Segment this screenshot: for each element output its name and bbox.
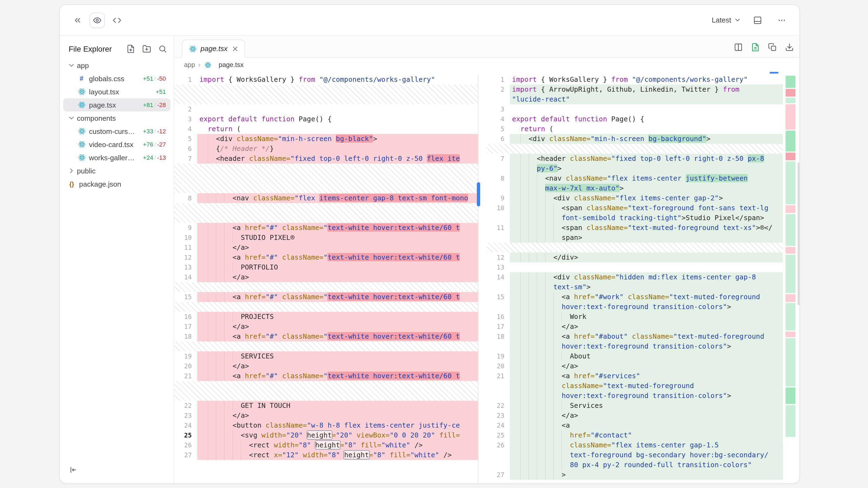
file-tree-item-works-galler-[interactable]: works-galler…+24/-13 <box>63 151 170 164</box>
code-line[interactable]: hover:text-foreground transition-colors"… <box>487 391 783 401</box>
code-line[interactable]: 20 </a> <box>487 361 783 371</box>
code-line[interactable]: 23 </a> <box>487 411 783 421</box>
code-line[interactable]: 8 <nav className="flex items-center gap-… <box>174 193 478 203</box>
code-line[interactable]: 20 </a> <box>174 361 478 371</box>
download-button[interactable] <box>785 43 794 52</box>
breadcrumb-root[interactable]: app <box>184 61 195 69</box>
code-line[interactable]: 27 > <box>487 470 783 480</box>
code-line[interactable]: 16 PROJECTS <box>174 312 478 322</box>
new-folder-button[interactable] <box>142 44 151 53</box>
tab-close-button[interactable] <box>231 45 239 53</box>
code-line[interactable]: className="text-muted-foreground <box>487 381 783 391</box>
code-line[interactable]: 15 <a href="#" className="text-white hov… <box>174 292 478 302</box>
code-line[interactable]: "lucide-react" <box>487 94 783 104</box>
code-line[interactable]: 26 className="flex items-center gap-1.5 <box>487 440 783 450</box>
code-line[interactable]: hover:text-foreground transition-colors"… <box>487 302 783 312</box>
collapsed-unchanged-region[interactable] <box>174 164 478 193</box>
code-line[interactable]: 4 return ( <box>174 124 478 134</box>
code-line[interactable]: 19 SERVICES <box>174 351 478 361</box>
code-line[interactable]: 7 <header className="fixed top-0 left-0 … <box>174 154 478 164</box>
collapse-sidebar-button[interactable] <box>65 462 81 478</box>
new-file-button[interactable] <box>126 44 135 53</box>
code-line[interactable]: 22 Services <box>487 401 783 411</box>
code-line[interactable]: text-sm"> <box>487 282 783 292</box>
version-dropdown[interactable]: Latest <box>712 16 741 24</box>
code-line[interactable]: 11 <span className="text-muted-foregroun… <box>487 223 783 233</box>
tab-page-tsx[interactable]: page.tsx <box>182 39 245 58</box>
code-line[interactable]: 21 <a href="#" className="text-white hov… <box>174 371 478 381</box>
minimap[interactable] <box>783 75 799 483</box>
code-line[interactable]: 8 <nav className="flex items-center just… <box>487 173 783 183</box>
split-drag-handle[interactable] <box>476 182 480 206</box>
code-line[interactable]: 18 <a href="#" className="text-white hov… <box>174 331 478 341</box>
code-line[interactable]: font-semibold tracking-tight">Studio Pix… <box>487 213 783 223</box>
code-line[interactable]: 27 <rect x="12" width="8" height="8" fil… <box>174 450 478 460</box>
code-line[interactable]: hover:text-foreground transition-colors"… <box>487 341 783 351</box>
collapsed-unchanged-region[interactable] <box>487 144 783 154</box>
code-line[interactable]: 14 <div className="hidden md:flex items-… <box>487 272 783 282</box>
code-line[interactable]: 14 </a> <box>174 272 478 282</box>
code-line[interactable]: 21 <a href="#services" <box>487 371 783 381</box>
code-line[interactable]: 12 </div> <box>487 253 783 262</box>
code-line[interactable]: 16 Work <box>487 312 783 322</box>
collapsed-unchanged-region[interactable] <box>174 282 478 292</box>
folder-tree-item-components[interactable]: components <box>63 111 170 125</box>
code-line[interactable]: 10 STUDIO PIXEL® <box>174 233 478 242</box>
file-tree-item-custom-curs-[interactable]: custom-curs…+33/-12 <box>63 125 170 138</box>
folder-tree-item-public[interactable]: public <box>63 164 170 177</box>
code-line[interactable]: 12 <a href="#" className="text-white hov… <box>174 253 478 262</box>
diff-pane-new[interactable]: 1import { WorksGallery } from "@/compone… <box>487 75 783 483</box>
code-line[interactable]: 3 <box>487 104 783 114</box>
copy-button[interactable] <box>768 43 777 52</box>
panel-bottom-button[interactable] <box>750 12 765 28</box>
code-line[interactable]: text-foreground bg-secondary hover:bg-se… <box>487 450 783 460</box>
folder-tree-item-app[interactable]: app <box>63 59 170 72</box>
code-line[interactable]: 9 <a href="#" className="text-white hove… <box>174 223 478 233</box>
preview-mode-button[interactable] <box>90 12 105 28</box>
collapsed-unchanged-region[interactable] <box>174 381 478 401</box>
code-line[interactable]: 80 px-4 py-2 rounded-full transition-col… <box>487 460 783 470</box>
collapse-panel-button[interactable] <box>70 12 85 28</box>
code-line[interactable]: 2import { ArrowUpRight, Github, Linkedin… <box>487 85 783 94</box>
code-line[interactable]: 7 <header className="fixed top-0 left-0 … <box>487 154 783 164</box>
code-line[interactable]: 23 </a> <box>174 411 478 421</box>
file-tree-item-globals.css[interactable]: #globals.css+51/-50 <box>63 72 170 85</box>
collapsed-unchanged-region[interactable] <box>174 302 478 312</box>
file-tree-item-video-card.tsx[interactable]: video-card.tsx+76/-27 <box>63 138 170 151</box>
code-line[interactable]: 17 </a> <box>487 322 783 331</box>
code-line[interactable]: py-6"> <box>487 164 783 173</box>
search-button[interactable] <box>158 44 167 53</box>
code-line[interactable]: 24 <a <box>487 421 783 430</box>
code-line[interactable]: 5 <div className="min-h-screen bg-black"… <box>174 134 478 144</box>
file-tree-item-package.json[interactable]: {}package.json <box>63 177 170 191</box>
code-line[interactable]: 1import { WorksGallery } from "@/compone… <box>174 75 478 85</box>
code-line[interactable]: 6 <div className="min-h-screen bg-backgr… <box>487 134 783 144</box>
code-line[interactable]: 10 <span className="text-foreground font… <box>487 203 783 213</box>
diff-pane-old[interactable]: 1import { WorksGallery } from "@/compone… <box>174 75 478 483</box>
code-line[interactable]: 6 {/* Header */} <box>174 144 478 154</box>
code-line[interactable]: 9 <div className="flex items-center gap-… <box>487 193 783 203</box>
diff-file-button[interactable] <box>751 43 760 52</box>
code-line[interactable]: 13 PORTFOLIO <box>174 262 478 272</box>
code-line[interactable]: 25 <svg width="20" height="20" viewBox="… <box>174 430 478 440</box>
file-tree-item-layout.tsx[interactable]: layout.tsx+51 <box>63 85 170 98</box>
collapsed-unchanged-region[interactable] <box>174 85 478 104</box>
code-line[interactable]: span> <box>487 233 783 242</box>
code-line[interactable]: 17 </a> <box>174 322 478 331</box>
code-line[interactable]: 2 <box>174 104 478 114</box>
minimap-scrollbar[interactable] <box>798 162 799 305</box>
collapsed-unchanged-region[interactable] <box>174 203 478 223</box>
split-view-button[interactable] <box>734 43 743 52</box>
code-line[interactable]: 13 <box>487 262 783 272</box>
code-line[interactable]: 11 </a> <box>174 242 478 253</box>
code-line[interactable]: 3export default function Page() { <box>174 114 478 124</box>
code-line[interactable]: 1import { WorksGallery } from "@/compone… <box>487 75 783 85</box>
code-line[interactable]: 15 <a href="#work" className="text-muted… <box>487 292 783 302</box>
code-line[interactable]: 18 <a href="#about" className="text-mute… <box>487 331 783 341</box>
collapsed-unchanged-region[interactable] <box>174 341 478 351</box>
file-tree-item-page.tsx[interactable]: page.tsx+81/-28 <box>63 98 170 111</box>
code-line[interactable]: 19 About <box>487 351 783 361</box>
collapsed-unchanged-region[interactable] <box>487 242 783 253</box>
more-options-button[interactable] <box>774 12 789 28</box>
code-line[interactable]: 24 <button className="w-8 h-8 flex items… <box>174 421 478 430</box>
